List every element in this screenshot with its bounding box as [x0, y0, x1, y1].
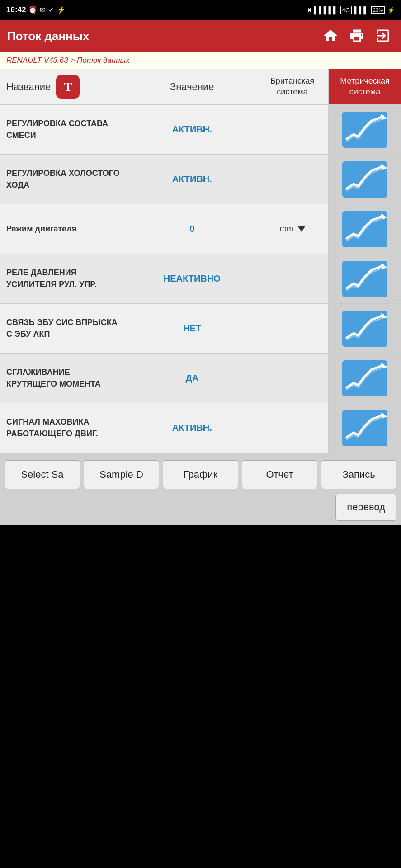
charging-icon: ⚡	[387, 7, 395, 14]
col-header-name: Название T	[0, 69, 128, 104]
row-unit-6	[256, 354, 329, 403]
bottom-toolbar: Select Sa Sample D График Отчет Запись п…	[0, 453, 401, 525]
status-left: 16:42 ⏰ ✉ ✓ ⚡	[6, 5, 66, 14]
row-chart-6[interactable]	[329, 354, 401, 403]
col-british-label: Британская система	[261, 76, 324, 97]
row-unit-3[interactable]: rpm	[256, 204, 329, 254]
row-value-2: АКТИВН.	[128, 155, 257, 204]
col-value-label: Значение	[170, 81, 214, 93]
graph-button[interactable]: График	[163, 460, 238, 489]
row-chart-1[interactable]	[329, 105, 401, 154]
row-value-3: 0	[128, 204, 257, 254]
col-metric-label: Метрическая система	[333, 76, 396, 97]
check-icon: ✓	[48, 6, 54, 14]
row-chart-2[interactable]	[329, 155, 401, 204]
black-bottom-area	[0, 525, 401, 616]
row-unit-7	[256, 403, 329, 453]
row-chart-7[interactable]	[329, 403, 401, 453]
usb-icon: ⚡	[57, 6, 66, 14]
row-unit-1	[256, 105, 329, 154]
row-name-1: РЕГУЛИРОВКА СОСТАВА СМЕСИ	[0, 105, 128, 154]
table-row: СГЛАЖИВАНИЕ КРУТЯЩЕГО МОМЕНТАДА	[0, 354, 401, 403]
table-row: СВЯЗЬ ЭБУ СИС ВПРЫСКА С ЭБУ АКПНЕТ	[0, 304, 401, 354]
row-chart-5[interactable]	[329, 304, 401, 353]
print-button[interactable]	[346, 25, 368, 48]
bluetooth-icon: ✖	[307, 7, 312, 14]
record-button[interactable]: Запись	[321, 460, 396, 489]
dropdown-arrow-icon[interactable]	[298, 226, 305, 232]
app-header: Поток данных	[0, 20, 401, 52]
signal-icon: ▌▌▌▌▌	[314, 6, 338, 14]
row-name-5: СВЯЗЬ ЭБУ СИС ВПРЫСКА С ЭБУ АКП	[0, 304, 128, 353]
main-content: Название T Значение Британская система М…	[0, 69, 401, 453]
table-row: Режим двигателя0rpm	[0, 204, 401, 254]
col-header-metric[interactable]: Метрическая система	[329, 69, 401, 104]
table-row: РЕГУЛИРОВКА СОСТАВА СМЕСИАКТИВН.	[0, 105, 401, 155]
row-value-4: НЕАКТИВНО	[128, 254, 257, 303]
row-name-6: СГЛАЖИВАНИЕ КРУТЯЩЕГО МОМЕНТА	[0, 354, 128, 403]
4g-label: 4G	[340, 6, 352, 14]
row-value-7: АКТИВН.	[128, 403, 257, 453]
row-name-3: Режим двигателя	[0, 204, 128, 254]
col-header-value: Значение	[128, 69, 257, 104]
col-header-british[interactable]: Британская система	[256, 69, 329, 104]
table-row: РЕГУЛИРОВКА ХОЛОСТОГО ХОДААКТИВН.	[0, 155, 401, 204]
exit-icon	[375, 28, 391, 44]
page-title: Поток данных	[7, 29, 89, 43]
exit-button[interactable]	[372, 25, 394, 48]
row-name-7: СИГНАЛ МАХОВИКА РАБОТАЮЩЕГО ДВИГ.	[0, 403, 128, 453]
home-button[interactable]	[320, 25, 341, 48]
row-unit-4	[256, 254, 329, 303]
row-name-2: РЕГУЛИРОВКА ХОЛОСТОГО ХОДА	[0, 155, 128, 204]
breadcrumb: RENAULT V43.63 > Поток данных	[0, 52, 401, 69]
row-value-1: АКТИВН.	[128, 105, 257, 154]
row-value-6: ДА	[128, 354, 257, 403]
home-icon	[322, 28, 339, 44]
battery-icon: 23%	[371, 6, 385, 14]
print-icon	[349, 28, 365, 44]
row-value-5: НЕТ	[128, 304, 257, 353]
table-header: Название T Значение Британская система М…	[0, 69, 401, 105]
row-chart-4[interactable]	[329, 254, 401, 303]
row-unit-2	[256, 155, 329, 204]
t-icon: T	[56, 75, 80, 99]
table-row: СИГНАЛ МАХОВИКА РАБОТАЮЩЕГО ДВИГ.АКТИВН.	[0, 403, 401, 453]
row-unit-5	[256, 304, 329, 353]
clock-icon: ⏰	[28, 6, 37, 14]
time-display: 16:42	[6, 5, 26, 14]
status-bar: 16:42 ⏰ ✉ ✓ ⚡ ✖ ▌▌▌▌▌ 4G ▌▌▌ 23% ⚡	[0, 0, 401, 20]
row-chart-3[interactable]	[329, 204, 401, 254]
translate-button[interactable]: перевод	[335, 494, 396, 521]
report-button[interactable]: Отчет	[242, 460, 317, 489]
bottom-right-row: перевод	[5, 494, 396, 521]
header-actions	[320, 25, 394, 48]
row-name-4: РЕЛЕ ДАВЛЕНИЯ УСИЛИТЕЛЯ РУЛ. УПР.	[0, 254, 128, 303]
data-table: РЕГУЛИРОВКА СОСТАВА СМЕСИАКТИВН. РЕГУЛИР…	[0, 105, 401, 453]
bottom-buttons: Select Sa Sample D График Отчет Запись	[5, 460, 396, 489]
table-row: РЕЛЕ ДАВЛЕНИЯ УСИЛИТЕЛЯ РУЛ. УПР.НЕАКТИВ…	[0, 254, 401, 304]
sample-d-button[interactable]: Sample D	[84, 460, 159, 489]
select-sample-button[interactable]: Select Sa	[5, 460, 80, 489]
email-icon: ✉	[40, 6, 46, 14]
status-right: ✖ ▌▌▌▌▌ 4G ▌▌▌ 23% ⚡	[307, 6, 395, 14]
col-name-label: Название	[6, 81, 51, 93]
signal2-icon: ▌▌▌	[354, 6, 368, 14]
